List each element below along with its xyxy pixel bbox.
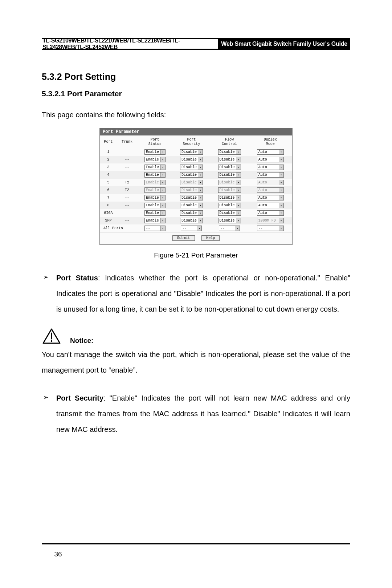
cell-status: Enable▾ [137, 194, 172, 202]
select[interactable]: Disable▾ [218, 172, 241, 178]
bullet-port-status: Port Status: Indicates whether the port … [42, 270, 350, 317]
select[interactable]: Disable▾ [180, 195, 203, 200]
select[interactable]: Disable▾ [218, 203, 241, 208]
chevron-down-icon: ▾ [236, 195, 241, 200]
select[interactable]: Enable▾ [144, 180, 166, 185]
select[interactable]: Disable▾ [180, 187, 203, 193]
chevron-down-icon: ▾ [279, 157, 283, 162]
table-row: SFP--Enable▾Disable▾Disable▾1000M FD▾ [100, 217, 292, 224]
select-value: Disable [181, 173, 197, 177]
cell-status: Enable▾ [137, 148, 172, 156]
select[interactable]: Disable▾ [180, 218, 203, 223]
select[interactable]: Disable▾ [180, 149, 203, 155]
chevron-down-icon: ▾ [160, 173, 165, 177]
select[interactable]: Auto▾ [257, 195, 284, 200]
help-button[interactable]: Help [201, 235, 220, 241]
select[interactable]: Enable▾ [144, 210, 166, 216]
cell-security: Disable▾ [172, 209, 211, 217]
select-value: Enable [146, 196, 159, 200]
select[interactable]: Enable▾ [144, 218, 166, 223]
select[interactable]: Disable▾ [218, 149, 241, 155]
chevron-down-icon: ▾ [279, 195, 283, 200]
select[interactable]: Disable▾ [218, 195, 241, 200]
cell-trunk: T2 [117, 179, 137, 186]
select[interactable]: Enable▾ [144, 195, 166, 200]
select[interactable]: --▾ [257, 226, 284, 231]
cell-security: Disable▾ [172, 217, 211, 224]
select[interactable]: --▾ [219, 226, 240, 231]
select[interactable]: --▾ [144, 226, 166, 231]
chevron-down-icon: ▾ [160, 188, 165, 192]
warning-icon [42, 328, 61, 345]
select[interactable]: Disable▾ [180, 157, 203, 162]
cell-duplex: Auto▾ [248, 171, 292, 179]
select[interactable]: Auto▾ [257, 180, 284, 185]
select[interactable]: Enable▾ [144, 172, 166, 178]
intro-text: This page contains the following fields: [42, 109, 350, 121]
cell-security: Disable▾ [172, 179, 211, 186]
bullet-label: Port Security [56, 394, 103, 402]
cell-security: Disable▾ [172, 194, 211, 202]
select[interactable]: Disable▾ [218, 187, 241, 193]
select[interactable]: Auto▾ [257, 187, 284, 193]
select[interactable]: Disable▾ [180, 203, 203, 208]
col-security: PortSecurity [172, 135, 211, 148]
select[interactable]: Disable▾ [218, 165, 241, 170]
select[interactable]: Disable▾ [180, 172, 203, 178]
select[interactable]: Disable▾ [218, 218, 241, 223]
select[interactable]: Disable▾ [180, 165, 203, 170]
chevron-down-icon: ▾ [279, 211, 283, 215]
table-row: 2--Enable▾Disable▾Disable▾Auto▾ [100, 156, 292, 163]
select-value: Auto [258, 173, 267, 177]
select[interactable]: Enable▾ [144, 165, 166, 170]
select[interactable]: Auto▾ [257, 157, 284, 162]
cell-flow: Disable▾ [211, 148, 249, 156]
select[interactable]: Auto▾ [257, 149, 284, 155]
select[interactable]: Auto▾ [257, 165, 284, 170]
cell-status: Enable▾ [137, 179, 172, 186]
select-value: Auto [258, 211, 267, 215]
cell-trunk: -- [117, 163, 137, 171]
select[interactable]: Enable▾ [144, 157, 166, 162]
chevron-down-icon: ▾ [236, 165, 241, 170]
notice-label: Notice: [70, 337, 93, 345]
cell-status: Enable▾ [137, 163, 172, 171]
select[interactable]: Auto▾ [257, 172, 284, 178]
select[interactable]: Enable▾ [144, 203, 166, 208]
select[interactable]: Disable▾ [218, 180, 241, 185]
select[interactable]: Disable▾ [218, 157, 241, 162]
chevron-down-icon: ▾ [198, 218, 203, 223]
cell-flow: Disable▾ [211, 179, 249, 186]
select[interactable]: Disable▾ [180, 180, 203, 185]
select[interactable]: Disable▾ [218, 210, 241, 216]
cell-port: 2 [100, 156, 117, 163]
cell-flow: Disable▾ [211, 202, 249, 209]
col-status: PortStatus [137, 135, 172, 148]
select-value: Disable [181, 196, 197, 200]
chevron-down-icon: ▾ [160, 165, 165, 170]
select[interactable]: Auto▾ [257, 210, 284, 216]
cell-flow: Disable▾ [211, 217, 249, 224]
submit-button[interactable]: Submit [172, 235, 195, 241]
select-value: Disable [220, 150, 235, 154]
cell-port: SFP [100, 217, 117, 224]
chevron-down-icon: ▾ [198, 188, 203, 192]
all-ports-row: All Ports--▾--▾--▾--▾ [100, 224, 292, 232]
select[interactable]: Disable▾ [180, 210, 203, 216]
select-value: Disable [220, 219, 235, 223]
select-value: Auto [258, 188, 267, 192]
select[interactable]: Auto▾ [257, 203, 284, 208]
select[interactable]: 1000M FD▾ [257, 218, 284, 223]
table-row: 1--Enable▾Disable▾Disable▾Auto▾ [100, 148, 292, 156]
select[interactable]: --▾ [181, 226, 202, 231]
chevron-down-icon: ▾ [236, 150, 241, 154]
select-value: Auto [258, 150, 267, 154]
chevron-down-icon: ▾ [160, 218, 165, 223]
chevron-down-icon: ▾ [198, 211, 203, 215]
select[interactable]: Enable▾ [144, 149, 166, 155]
cell-flow: Disable▾ [211, 209, 249, 217]
select[interactable]: Enable▾ [144, 187, 166, 193]
table-row: 4--Enable▾Disable▾Disable▾Auto▾ [100, 171, 292, 179]
chevron-down-icon: ▾ [279, 150, 283, 154]
cell-flow: Disable▾ [211, 186, 249, 194]
